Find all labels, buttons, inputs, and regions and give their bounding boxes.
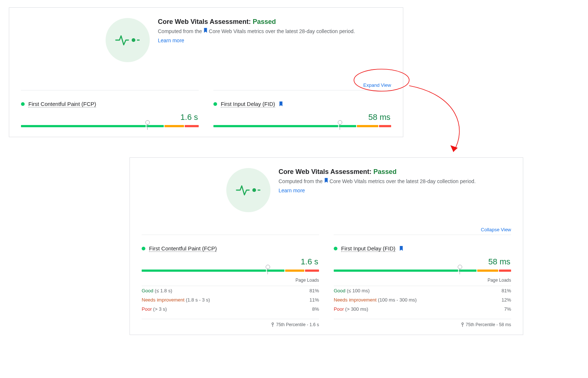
percentile-pointer-fcp — [147, 122, 148, 129]
bookmark-icon — [399, 246, 403, 251]
breakdown-row-good: Good (≤ 1.8 s)81% — [142, 286, 319, 295]
breakdown-header: Page Loads — [334, 275, 511, 286]
status-dot-good — [21, 102, 25, 106]
bookmark-icon — [324, 178, 328, 183]
distribution-bar-fid — [213, 120, 391, 129]
distribution-bar-fcp — [21, 120, 199, 129]
distribution-bar-fcp — [142, 264, 319, 274]
percentile-foot-fid: 75th Percentile - 58 ms — [334, 322, 511, 327]
svg-rect-4 — [258, 190, 260, 191]
breakdown-table-fid: Page Loads Good (≤ 100 ms)81% Needs impr… — [334, 275, 511, 319]
breakdown-row-mid: Needs improvement (100 ms - 300 ms)12% — [334, 295, 511, 304]
cwv-subtitle: Computed from the Core Web Vitals metric… — [279, 178, 476, 185]
svg-point-0 — [132, 38, 135, 42]
assessment-status: Passed — [373, 168, 397, 175]
metric-fid: First Input Delay (FID) 58 ms Page Loads — [334, 235, 511, 327]
metric-name-fid[interactable]: First Input Delay (FID) — [341, 245, 396, 252]
vitals-pass-icon — [106, 18, 150, 62]
status-dot-good — [213, 102, 217, 106]
metric-fcp: First Contentful Paint (FCP) 1.6 s — [21, 90, 199, 129]
learn-more-link[interactable]: Learn more — [158, 38, 184, 43]
cwv-title: Core Web Vitals Assessment: Passed — [279, 168, 476, 176]
bookmark-icon — [203, 28, 208, 33]
metric-fid: First Input Delay (FID) 58 ms — [213, 90, 391, 129]
breakdown-table-fcp: Page Loads Good (≤ 1.8 s)81% Needs impro… — [142, 275, 319, 319]
svg-point-5 — [272, 323, 274, 325]
cwv-card-expanded: Core Web Vitals Assessment: Passed Compu… — [130, 157, 523, 335]
breakdown-row-mid: Needs improvement (1.8 s - 3 s)11% — [142, 295, 319, 304]
svg-point-3 — [252, 188, 256, 192]
percentile-foot-fcp: 75th Percentile - 1.6 s — [142, 322, 319, 327]
assessment-status: Passed — [253, 18, 276, 25]
metric-name-fcp[interactable]: First Contentful Paint (FCP) — [149, 245, 217, 252]
vitals-pass-icon — [226, 168, 270, 212]
breakdown-row-poor: Poor (> 3 s)8% — [142, 304, 319, 314]
svg-rect-1 — [137, 40, 139, 41]
percentile-pointer-fid — [460, 267, 460, 274]
cwv-header: Core Web Vitals Assessment: Passed Compu… — [142, 168, 511, 212]
status-dot-good — [142, 247, 145, 250]
breakdown-row-good: Good (≤ 100 ms)81% — [334, 286, 511, 295]
svg-point-7 — [461, 323, 463, 325]
percentile-pointer-fid — [340, 122, 340, 129]
bookmark-icon — [279, 101, 283, 107]
metric-fcp: First Contentful Paint (FCP) 1.6 s Page … — [142, 235, 319, 327]
cwv-title: Core Web Vitals Assessment: Passed — [158, 18, 355, 26]
cwv-subtitle: Computed from the Core Web Vitals metric… — [158, 28, 355, 35]
cwv-header: Core Web Vitals Assessment: Passed Compu… — [21, 18, 391, 62]
expand-view-link[interactable]: Expand View — [363, 82, 391, 88]
status-dot-good — [334, 247, 337, 250]
metric-name-fid[interactable]: First Input Delay (FID) — [221, 101, 275, 107]
percentile-pointer-fcp — [268, 267, 268, 274]
distribution-bar-fid — [334, 264, 511, 274]
learn-more-link[interactable]: Learn more — [279, 188, 305, 193]
breakdown-header: Page Loads — [142, 275, 319, 286]
cwv-card-collapsed: Core Web Vitals Assessment: Passed Compu… — [9, 7, 403, 137]
metric-name-fcp[interactable]: First Contentful Paint (FCP) — [28, 101, 96, 107]
collapse-view-link[interactable]: Collapse View — [481, 227, 511, 232]
breakdown-row-poor: Poor (> 300 ms)7% — [334, 304, 511, 314]
